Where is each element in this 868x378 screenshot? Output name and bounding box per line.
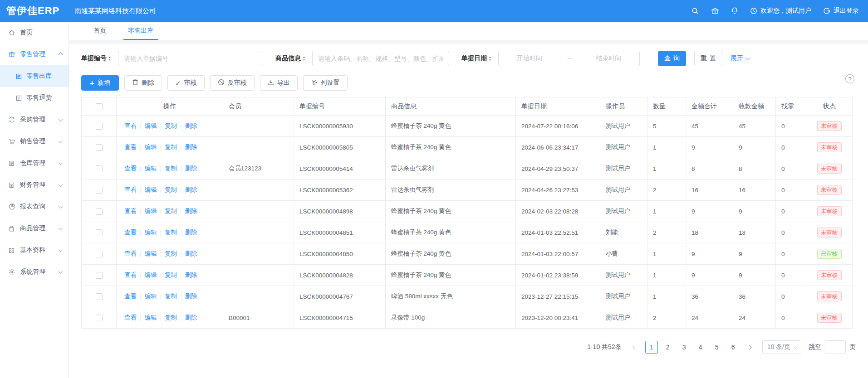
- column-settings-button[interactable]: 列设置: [303, 75, 348, 91]
- page-number-6[interactable]: 6: [727, 341, 740, 354]
- bell-icon[interactable]: [731, 7, 738, 15]
- sidebar-item-7[interactable]: 商品管理: [0, 218, 69, 239]
- row-checkbox[interactable]: [96, 123, 103, 130]
- sidebar-item-3[interactable]: 销售管理: [0, 131, 69, 152]
- row-action-edit[interactable]: 编辑: [145, 144, 157, 150]
- row-action-edit[interactable]: 编辑: [145, 314, 157, 321]
- page-number-2[interactable]: 2: [662, 341, 674, 354]
- row-action-edit[interactable]: 编辑: [145, 250, 157, 257]
- row-action-delete[interactable]: 删除: [185, 250, 197, 257]
- row-action-delete[interactable]: 删除: [185, 144, 197, 150]
- export-button[interactable]: 导出: [260, 75, 298, 91]
- sidebar-item-9[interactable]: 系统管理: [0, 261, 69, 283]
- sidebar-subitem-1-0[interactable]: 零售出库: [0, 65, 69, 87]
- row-action-edit[interactable]: 编辑: [145, 293, 157, 300]
- reset-button[interactable]: 重置: [694, 51, 722, 66]
- date-range-picker[interactable]: 开始时间 ~ 结束时间: [498, 51, 640, 66]
- row-action-edit[interactable]: 编辑: [145, 229, 157, 236]
- jump-page-input[interactable]: [825, 340, 846, 354]
- unaudit-button[interactable]: 反审核: [210, 75, 255, 91]
- bank-icon[interactable]: [711, 7, 719, 15]
- row-action-view[interactable]: 查看: [124, 271, 137, 278]
- row-action-view[interactable]: 查看: [124, 186, 137, 193]
- expand-link[interactable]: 展开: [731, 54, 749, 63]
- row-action-delete[interactable]: 删除: [185, 165, 197, 172]
- row-action-view[interactable]: 查看: [124, 144, 137, 150]
- page-number-5[interactable]: 5: [711, 341, 723, 354]
- row-action-copy[interactable]: 复制: [165, 314, 177, 321]
- row-action-copy[interactable]: 复制: [165, 165, 177, 172]
- row-checkbox[interactable]: [96, 187, 103, 194]
- prev-page-icon[interactable]: [629, 341, 642, 354]
- row-action-delete[interactable]: 删除: [185, 186, 197, 193]
- qty-cell: 1: [647, 137, 686, 158]
- product-cell: 雷达杀虫气雾剂: [386, 158, 516, 179]
- sidebar-subitem-1-1[interactable]: 零售退货: [0, 87, 69, 109]
- row-action-view[interactable]: 查看: [124, 229, 137, 236]
- user-welcome[interactable]: 欢迎您，测试用户: [750, 7, 811, 15]
- row-action-edit[interactable]: 编辑: [145, 122, 157, 129]
- delete-button[interactable]: 删除: [124, 75, 162, 91]
- help-icon[interactable]: ?: [845, 74, 854, 83]
- select-all-checkbox[interactable]: [96, 103, 103, 110]
- row-action-copy[interactable]: 复制: [165, 144, 177, 150]
- operator-cell: 测试用户: [600, 137, 647, 158]
- row-action-edit[interactable]: 编辑: [145, 186, 157, 193]
- row-action-copy[interactable]: 复制: [165, 293, 177, 300]
- sidebar-item-2[interactable]: 采购管理: [0, 109, 69, 131]
- search-icon[interactable]: [691, 7, 699, 15]
- row-action-view[interactable]: 查看: [124, 293, 137, 300]
- audit-button[interactable]: ✓ 审核: [167, 75, 205, 91]
- bill-no-input[interactable]: [124, 55, 257, 62]
- row-checkbox[interactable]: [96, 208, 103, 215]
- sidebar-item-4[interactable]: 仓库管理: [0, 152, 69, 174]
- row-checkbox[interactable]: [96, 165, 103, 172]
- row-checkbox[interactable]: [96, 315, 103, 321]
- row-action-view[interactable]: 查看: [124, 314, 137, 321]
- row-action-delete[interactable]: 删除: [185, 293, 197, 300]
- row-action-delete[interactable]: 删除: [185, 271, 197, 278]
- row-action-view[interactable]: 查看: [124, 122, 137, 129]
- search-button[interactable]: 查询: [658, 51, 686, 66]
- sidebar-item-5[interactable]: 财务管理: [0, 174, 69, 196]
- page-number-4[interactable]: 4: [694, 341, 707, 354]
- logout-button[interactable]: 退出登录: [823, 7, 859, 15]
- row-action-edit[interactable]: 编辑: [145, 165, 157, 172]
- row-action-view[interactable]: 查看: [124, 165, 137, 172]
- row-action-copy[interactable]: 复制: [165, 271, 177, 278]
- row-action-copy[interactable]: 复制: [165, 250, 177, 257]
- row-checkbox[interactable]: [96, 293, 103, 300]
- tab-home[interactable]: 首页: [83, 22, 117, 40]
- row-action-delete[interactable]: 删除: [185, 229, 197, 236]
- table-row: 查看|编辑|复制|删除B00001LSCK00000004715录像带 100g…: [82, 307, 853, 329]
- row-checkbox[interactable]: [96, 144, 103, 151]
- page-number-3[interactable]: 3: [678, 341, 691, 354]
- add-button[interactable]: + 新增: [81, 75, 119, 91]
- sidebar-item-0[interactable]: 首页: [0, 22, 69, 44]
- row-action-delete[interactable]: 删除: [185, 314, 197, 321]
- product-info-input[interactable]: [318, 55, 443, 62]
- row-checkbox[interactable]: [96, 272, 103, 279]
- row-action-view[interactable]: 查看: [124, 208, 137, 214]
- row-action-copy[interactable]: 复制: [165, 229, 177, 236]
- row-checkbox[interactable]: [96, 229, 103, 236]
- row-action-edit[interactable]: 编辑: [145, 271, 157, 278]
- row-action-delete[interactable]: 删除: [185, 122, 197, 129]
- row-checkbox[interactable]: [96, 251, 103, 257]
- row-action-copy[interactable]: 复制: [165, 186, 177, 193]
- sidebar-item-6[interactable]: 报表查询: [0, 196, 69, 218]
- next-page-icon[interactable]: [743, 341, 756, 354]
- change-cell: 0: [776, 201, 806, 222]
- member-cell: [223, 201, 294, 222]
- row-action-delete[interactable]: 删除: [185, 208, 197, 214]
- tab-retail-outbound[interactable]: 零售出库: [117, 22, 164, 40]
- filter-row: 单据编号： 商品信息： 单据日期： 开始时间 ~ 结束时间 查询: [81, 44, 856, 66]
- page-number-1[interactable]: 1: [645, 341, 658, 354]
- row-action-view[interactable]: 查看: [124, 250, 137, 257]
- sidebar-item-1[interactable]: 零售管理: [0, 44, 69, 65]
- sidebar-item-8[interactable]: 基本资料: [0, 239, 69, 261]
- row-action-copy[interactable]: 复制: [165, 208, 177, 214]
- row-action-copy[interactable]: 复制: [165, 122, 177, 129]
- row-action-edit[interactable]: 编辑: [145, 208, 157, 214]
- page-size-select[interactable]: 10 条/页: [762, 340, 801, 354]
